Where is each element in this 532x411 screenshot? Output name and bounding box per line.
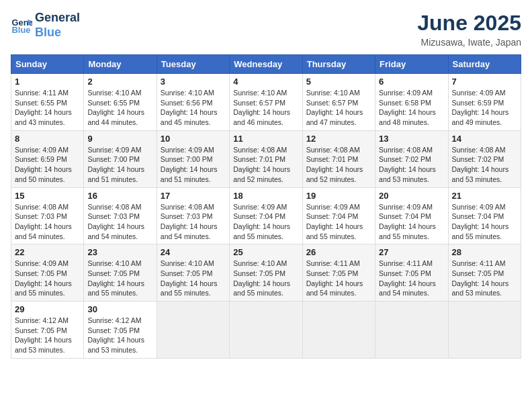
col-sunday: Sunday xyxy=(11,55,84,74)
day-number: 20 xyxy=(379,191,444,201)
empty-cell xyxy=(230,302,302,359)
empty-cell xyxy=(375,302,448,359)
col-tuesday: Tuesday xyxy=(157,55,229,74)
day-detail: Sunrise: 4:10 AM Sunset: 7:05 PM Dayligh… xyxy=(87,259,152,298)
day-detail: Sunrise: 4:10 AM Sunset: 7:05 PM Dayligh… xyxy=(233,259,298,298)
table-row: 22 Sunrise: 4:09 AM Sunset: 7:05 PM Dayl… xyxy=(11,244,84,302)
day-detail: Sunrise: 4:10 AM Sunset: 6:55 PM Dayligh… xyxy=(87,88,152,128)
table-row: 19 Sunrise: 4:09 AM Sunset: 7:04 PM Dayl… xyxy=(302,187,375,244)
table-row: 10 Sunrise: 4:09 AM Sunset: 7:00 PM Dayl… xyxy=(157,130,229,187)
table-row: 16 Sunrise: 4:08 AM Sunset: 7:03 PM Dayl… xyxy=(84,187,157,244)
table-row: 24 Sunrise: 4:10 AM Sunset: 7:05 PM Dayl… xyxy=(157,244,229,302)
calendar-header-row: Sunday Monday Tuesday Wednesday Thursday… xyxy=(11,55,521,74)
day-number: 24 xyxy=(161,247,226,257)
table-row: 26 Sunrise: 4:11 AM Sunset: 7:05 PM Dayl… xyxy=(302,244,375,302)
logo-icon: General Blue xyxy=(11,15,32,36)
day-number: 2 xyxy=(87,77,152,87)
day-number: 23 xyxy=(87,247,152,257)
logo-text: GeneralBlue xyxy=(35,11,80,40)
day-detail: Sunrise: 4:09 AM Sunset: 6:58 PM Dayligh… xyxy=(379,88,444,128)
day-number: 7 xyxy=(452,77,517,87)
table-row: 30 Sunrise: 4:12 AM Sunset: 7:05 PM Dayl… xyxy=(84,302,157,359)
col-saturday: Saturday xyxy=(448,55,521,74)
table-row: 23 Sunrise: 4:10 AM Sunset: 7:05 PM Dayl… xyxy=(84,244,157,302)
table-row: 1 Sunrise: 4:11 AM Sunset: 6:55 PM Dayli… xyxy=(11,74,84,131)
day-number: 16 xyxy=(87,191,152,201)
day-number: 4 xyxy=(233,77,298,87)
day-detail: Sunrise: 4:09 AM Sunset: 6:59 PM Dayligh… xyxy=(452,88,517,128)
day-number: 5 xyxy=(306,77,371,87)
table-row: 13 Sunrise: 4:08 AM Sunset: 7:02 PM Dayl… xyxy=(375,130,448,187)
day-detail: Sunrise: 4:10 AM Sunset: 6:57 PM Dayligh… xyxy=(306,88,371,128)
day-number: 15 xyxy=(15,191,80,201)
day-detail: Sunrise: 4:09 AM Sunset: 7:04 PM Dayligh… xyxy=(379,202,444,242)
calendar-week-row: 8 Sunrise: 4:09 AM Sunset: 6:59 PM Dayli… xyxy=(11,130,521,187)
day-detail: Sunrise: 4:08 AM Sunset: 7:03 PM Dayligh… xyxy=(15,202,80,242)
table-row: 25 Sunrise: 4:10 AM Sunset: 7:05 PM Dayl… xyxy=(230,244,302,302)
table-row: 3 Sunrise: 4:10 AM Sunset: 6:56 PM Dayli… xyxy=(157,74,229,131)
svg-text:Blue: Blue xyxy=(12,25,31,35)
day-number: 9 xyxy=(87,134,152,144)
calendar-week-row: 15 Sunrise: 4:08 AM Sunset: 7:03 PM Dayl… xyxy=(11,187,521,244)
day-detail: Sunrise: 4:08 AM Sunset: 7:03 PM Dayligh… xyxy=(87,202,152,242)
day-number: 22 xyxy=(15,247,80,257)
col-friday: Friday xyxy=(375,55,448,74)
col-thursday: Thursday xyxy=(302,55,375,74)
day-detail: Sunrise: 4:08 AM Sunset: 7:01 PM Dayligh… xyxy=(306,145,371,185)
day-number: 28 xyxy=(452,247,517,257)
calendar-table: Sunday Monday Tuesday Wednesday Thursday… xyxy=(11,54,521,359)
day-detail: Sunrise: 4:09 AM Sunset: 7:04 PM Dayligh… xyxy=(306,202,371,242)
day-number: 29 xyxy=(15,304,80,314)
day-detail: Sunrise: 4:10 AM Sunset: 6:56 PM Dayligh… xyxy=(161,88,226,128)
logo: General Blue GeneralBlue xyxy=(11,11,80,40)
day-detail: Sunrise: 4:12 AM Sunset: 7:05 PM Dayligh… xyxy=(87,316,152,355)
day-number: 17 xyxy=(161,191,226,201)
table-row: 5 Sunrise: 4:10 AM Sunset: 6:57 PM Dayli… xyxy=(302,74,375,131)
table-row: 11 Sunrise: 4:08 AM Sunset: 7:01 PM Dayl… xyxy=(230,130,302,187)
day-detail: Sunrise: 4:11 AM Sunset: 6:55 PM Dayligh… xyxy=(15,88,80,128)
day-number: 27 xyxy=(379,247,444,257)
day-number: 10 xyxy=(161,134,226,144)
day-number: 19 xyxy=(306,191,371,201)
empty-cell xyxy=(157,302,229,359)
calendar-week-row: 29 Sunrise: 4:12 AM Sunset: 7:05 PM Dayl… xyxy=(11,302,521,359)
day-number: 26 xyxy=(306,247,371,257)
day-detail: Sunrise: 4:09 AM Sunset: 7:04 PM Dayligh… xyxy=(452,202,517,242)
day-detail: Sunrise: 4:11 AM Sunset: 7:05 PM Dayligh… xyxy=(452,259,517,298)
day-number: 11 xyxy=(233,134,298,144)
day-number: 6 xyxy=(379,77,444,87)
month-title: June 2025 xyxy=(417,11,521,36)
day-number: 18 xyxy=(233,191,298,201)
day-detail: Sunrise: 4:10 AM Sunset: 7:05 PM Dayligh… xyxy=(161,259,226,298)
title-block: June 2025 Mizusawa, Iwate, Japan xyxy=(417,11,521,48)
table-row: 29 Sunrise: 4:12 AM Sunset: 7:05 PM Dayl… xyxy=(11,302,84,359)
day-detail: Sunrise: 4:09 AM Sunset: 7:00 PM Dayligh… xyxy=(87,145,152,185)
table-row: 8 Sunrise: 4:09 AM Sunset: 6:59 PM Dayli… xyxy=(11,130,84,187)
calendar-week-row: 22 Sunrise: 4:09 AM Sunset: 7:05 PM Dayl… xyxy=(11,244,521,302)
table-row: 4 Sunrise: 4:10 AM Sunset: 6:57 PM Dayli… xyxy=(230,74,302,131)
empty-cell xyxy=(448,302,521,359)
calendar-week-row: 1 Sunrise: 4:11 AM Sunset: 6:55 PM Dayli… xyxy=(11,74,521,131)
location: Mizusawa, Iwate, Japan xyxy=(417,37,521,48)
table-row: 6 Sunrise: 4:09 AM Sunset: 6:58 PM Dayli… xyxy=(375,74,448,131)
day-number: 13 xyxy=(379,134,444,144)
day-number: 30 xyxy=(87,304,152,314)
col-wednesday: Wednesday xyxy=(230,55,302,74)
day-detail: Sunrise: 4:12 AM Sunset: 7:05 PM Dayligh… xyxy=(15,316,80,355)
day-number: 14 xyxy=(452,134,517,144)
day-detail: Sunrise: 4:11 AM Sunset: 7:05 PM Dayligh… xyxy=(306,259,371,298)
day-number: 3 xyxy=(161,77,226,87)
day-number: 25 xyxy=(233,247,298,257)
day-detail: Sunrise: 4:10 AM Sunset: 6:57 PM Dayligh… xyxy=(233,88,298,128)
day-detail: Sunrise: 4:09 AM Sunset: 6:59 PM Dayligh… xyxy=(15,145,80,185)
day-detail: Sunrise: 4:08 AM Sunset: 7:02 PM Dayligh… xyxy=(379,145,444,185)
page-header: General Blue GeneralBlue June 2025 Mizus… xyxy=(11,11,521,48)
table-row: 14 Sunrise: 4:08 AM Sunset: 7:02 PM Dayl… xyxy=(448,130,521,187)
table-row: 7 Sunrise: 4:09 AM Sunset: 6:59 PM Dayli… xyxy=(448,74,521,131)
day-detail: Sunrise: 4:09 AM Sunset: 7:00 PM Dayligh… xyxy=(161,145,226,185)
table-row: 18 Sunrise: 4:09 AM Sunset: 7:04 PM Dayl… xyxy=(230,187,302,244)
table-row: 9 Sunrise: 4:09 AM Sunset: 7:00 PM Dayli… xyxy=(84,130,157,187)
table-row: 15 Sunrise: 4:08 AM Sunset: 7:03 PM Dayl… xyxy=(11,187,84,244)
day-number: 1 xyxy=(15,77,80,87)
table-row: 21 Sunrise: 4:09 AM Sunset: 7:04 PM Dayl… xyxy=(448,187,521,244)
